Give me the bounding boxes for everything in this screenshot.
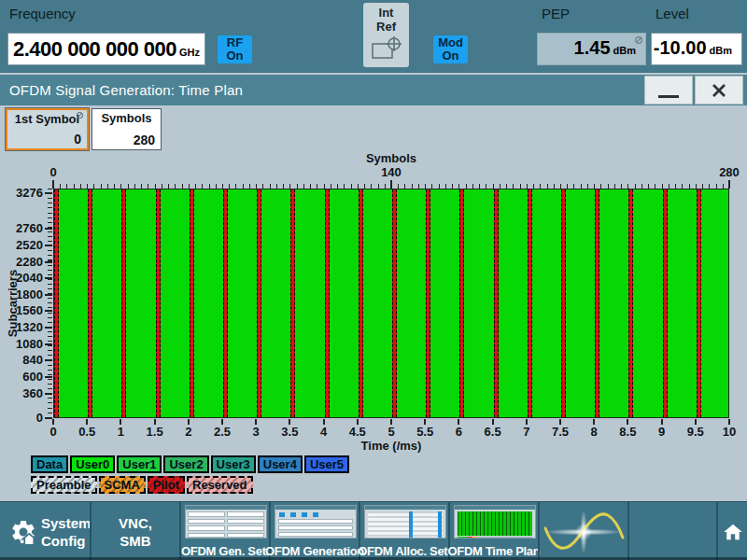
x-axis-tick [221, 419, 223, 425]
x-axis-tick [424, 419, 426, 425]
x-axis-tick [52, 419, 54, 425]
y-axis-tick-label: 2520 [0, 238, 43, 252]
y-axis-tick-label: 360 [0, 386, 43, 400]
y-axis-minor-ticks [48, 189, 52, 418]
pilot-stripe [697, 189, 701, 417]
taskbar-ofdm-alloc-set[interactable]: OFDM Alloc. Set. [359, 502, 448, 560]
locked-icon [76, 111, 84, 119]
x-axis-tick [289, 419, 290, 425]
y-axis-tick-label: 840 [0, 353, 43, 367]
y-axis-tick-label: 1080 [0, 337, 43, 351]
frequency-value: 2.400 000 000 000 [13, 37, 176, 62]
pilot-stripe [459, 189, 464, 417]
level-label: Level [655, 6, 689, 21]
pilot-stripe [257, 189, 261, 417]
pilot-stripe [121, 189, 126, 417]
pilot-stripe [628, 189, 633, 417]
taskbar: System Config VNC, SMB OFDM Gen. Set. [0, 501, 747, 560]
frequency-label: Frequency [9, 6, 76, 21]
y-axis-tick-label: 2040 [0, 271, 43, 285]
close-icon [710, 81, 728, 100]
pep-unit: dBm [613, 45, 636, 56]
pilot-stripe [190, 189, 194, 417]
x-axis-tick [559, 419, 561, 425]
level-unit: dBm [710, 45, 732, 56]
x-axis-tick [86, 419, 88, 425]
mod-on-button[interactable]: Mod On [433, 35, 468, 63]
y-axis-tick [45, 245, 52, 246]
y-axis-tick [45, 343, 52, 345]
rf-on-button[interactable]: RF On [218, 35, 252, 63]
dialog-titlebar: OFDM Signal Generation: Time Plan [0, 75, 747, 105]
taskbar-ofdm-generation[interactable]: OFDM Generation [269, 502, 359, 560]
legend-item-preamble: Preamble [31, 476, 97, 494]
pilot-stripe [528, 189, 532, 417]
x-axis-tick-label: 7.5 [542, 425, 579, 439]
ofdm-generation-thumbnail [275, 505, 357, 539]
legend-item-user3: User3 [211, 455, 256, 473]
top-axis-tick [728, 180, 730, 189]
frequency-input[interactable]: 2.400 000 000 000 GHz [7, 33, 205, 65]
x-axis-tick [661, 419, 663, 425]
first-symbol-value: 0 [74, 132, 81, 147]
top-axis-tick-label: 280 [711, 165, 747, 179]
taskbar-empty-panel[interactable] [627, 502, 716, 560]
x-axis-tick [695, 419, 697, 425]
x-axis-tick-label: 7 [508, 425, 545, 439]
legend-item-data: Data [31, 455, 68, 473]
x-axis-tick-label: 5 [373, 425, 410, 439]
x-axis-tick-label: 3 [237, 425, 275, 439]
legend-users-row: DataUser0User1User2User3User4User5 [31, 455, 349, 473]
x-axis-tick-label: 2 [170, 425, 207, 439]
top-axis-title: Symbols [53, 151, 729, 165]
symbols-value: 280 [134, 133, 155, 147]
taskbar-app-label: OFDM Alloc. Set. [355, 544, 454, 558]
x-axis-tick [526, 419, 528, 425]
pep-field[interactable]: 1.45 dBm [537, 33, 646, 65]
taskbar-vnc-smb[interactable]: VNC, SMB [90, 502, 179, 560]
taskbar-ofdm-time-plan[interactable]: OFDM Time Plan [448, 502, 538, 560]
x-axis-tick-label: 6 [440, 425, 477, 439]
minimize-icon [658, 95, 679, 98]
int-ref-button[interactable]: Int Ref [363, 3, 409, 67]
taskbar-ofdm-gen-set[interactable]: OFDM Gen. Set. [179, 502, 269, 560]
y-axis-tick-label: 1320 [0, 320, 43, 334]
close-button[interactable] [695, 76, 743, 105]
taskbar-baseband-panel[interactable] [538, 502, 627, 560]
y-axis-tick [45, 393, 52, 395]
home-icon [722, 521, 744, 543]
pilot-stripe [663, 189, 668, 417]
x-axis-tick [323, 419, 325, 425]
x-axis-tick [593, 419, 595, 425]
x-axis-tick [458, 419, 459, 425]
taskbar-home-button[interactable] [716, 502, 747, 560]
symbols-field[interactable]: Symbols 280 [92, 108, 162, 150]
x-axis-tick [627, 419, 628, 425]
minimize-button[interactable] [644, 76, 693, 105]
pilot-stripe [561, 189, 566, 417]
taskbar-app-label: OFDM Gen. Set. [176, 544, 275, 558]
taskbar-system-config[interactable]: System Config [0, 502, 90, 560]
x-axis-tick [154, 419, 156, 425]
gear-icon [9, 518, 37, 546]
pilot-stripe [494, 189, 499, 417]
x-axis-tick-label: 4 [305, 425, 343, 439]
x-axis-tick [357, 419, 359, 425]
legend-item-user2: User2 [163, 455, 208, 473]
ofdm-alloc-set-thumbnail [364, 505, 446, 539]
x-axis-tick-label: 2.5 [204, 425, 241, 439]
level-input[interactable]: -10.00 dBm [651, 33, 742, 65]
y-axis-tick [45, 228, 52, 230]
pilot-stripe [426, 189, 430, 417]
level-value: -10.00 [654, 37, 707, 59]
y-axis-title: Subcarriers [6, 210, 21, 397]
x-axis-tick-label: 8.5 [609, 425, 646, 439]
y-axis-tick [45, 417, 52, 419]
y-axis-tick [45, 277, 52, 279]
x-axis-tick [188, 419, 190, 425]
y-axis-tick-label: 1560 [0, 303, 43, 317]
legend-item-reserved: Reserved [187, 476, 253, 494]
x-axis-tick-label: 6.5 [474, 425, 512, 439]
x-axis-tick [120, 419, 121, 425]
first-symbol-field[interactable]: 1st Symbol 0 [6, 108, 89, 150]
